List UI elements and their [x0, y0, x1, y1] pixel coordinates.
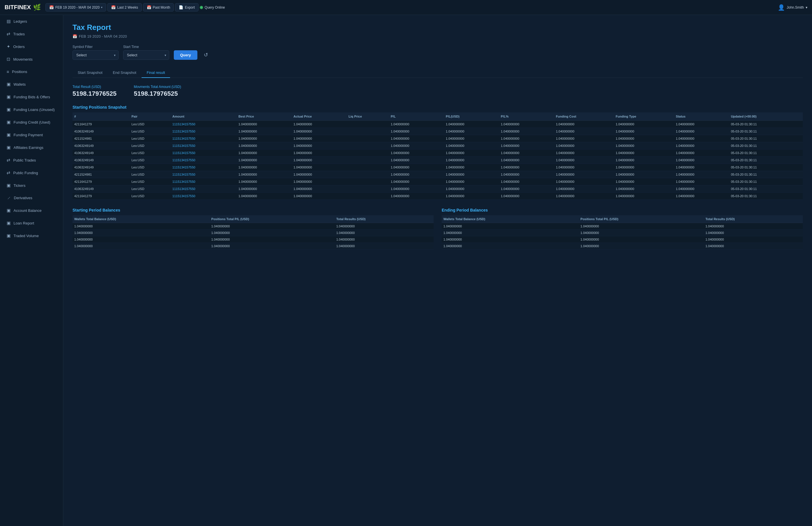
table-row: 41063249149Leo:USD11151341575501.0400000…	[73, 128, 803, 135]
balance-cell: 1.040000000	[579, 243, 704, 250]
balance-cell: 1.040000000	[335, 243, 434, 250]
table-cell: 1.040000000	[674, 121, 729, 128]
public-trades-icon: ⇄	[6, 157, 10, 163]
table-cell: 1.040000000	[389, 164, 444, 171]
past-month-label: Past Month	[153, 5, 170, 10]
tab-start-snapshot[interactable]: Start Snapshot	[73, 68, 107, 78]
layout: ▤ Ledgers ⇄ Trades ✦ Orders ⊡ Movements …	[0, 15, 812, 526]
symbol-filter-select[interactable]: Select	[73, 50, 118, 60]
col-positions-pl-end: Positions Total P/L (USD)	[579, 215, 704, 223]
sidebar-item-positions[interactable]: ≡ Positions	[0, 65, 63, 78]
last2weeks-button[interactable]: 📅 Last 2 Weeks	[107, 3, 142, 12]
sidebar-item-tickers[interactable]: ▣ Tickers	[0, 179, 63, 192]
sidebar-item-wallets[interactable]: ▣ Wallets	[0, 78, 63, 91]
movements-total-value: 5198.17976525	[134, 90, 181, 97]
table-cell	[347, 157, 389, 164]
query-button[interactable]: Query	[174, 50, 198, 60]
table-cell: 1.040000000	[292, 193, 347, 200]
sidebar-item-affiliates[interactable]: ▣ Affiliates Earnings	[0, 141, 63, 154]
sidebar-item-funding-payment[interactable]: ▣ Funding Payment	[0, 129, 63, 141]
col-amount: Amount	[171, 112, 237, 121]
calendar-icon3: 📅	[147, 5, 151, 10]
tab-end-snapshot[interactable]: End Snapshot	[107, 68, 142, 78]
sidebar-item-orders[interactable]: ✦ Orders	[0, 40, 63, 53]
table-cell: 41063249149	[73, 185, 130, 193]
table-cell: 1.040000000	[292, 164, 347, 171]
filter-row: Symbol Filter Select ▾ Start Time Select…	[73, 45, 803, 60]
balance-cell: 1.040000000	[579, 236, 704, 243]
public-funding-icon: ⇄	[6, 170, 10, 175]
export-button[interactable]: 📄 Export	[175, 3, 199, 12]
table-cell: 1.040000000	[292, 135, 347, 142]
sidebar-item-ledgers[interactable]: ▤ Ledgers	[0, 15, 63, 28]
sidebar-item-funding-loans[interactable]: ▣ Funding Loans (Unused)	[0, 103, 63, 116]
table-cell: 1.040000000	[389, 128, 444, 135]
sidebar-item-public-funding[interactable]: ⇄ Public Funding	[0, 166, 63, 179]
past-month-button[interactable]: 📅 Past Month	[143, 3, 174, 12]
table-cell: 1.040000000	[444, 171, 499, 178]
table-cell	[347, 178, 389, 185]
snapshot-section-title: Starting Positions Snapshot	[73, 105, 803, 109]
date-range-button[interactable]: 📅 FEB 19 2020 - MAR 04 2020 ▾	[45, 3, 106, 12]
starting-balances-panel: Starting Period Balances Wallets Total B…	[73, 208, 434, 250]
table-cell: 1.040000000	[237, 149, 292, 157]
table-cell: 1.040000000	[237, 171, 292, 178]
export-icon: 📄	[179, 5, 183, 10]
col-wallets-total: Wallets Total Balance (USD)	[73, 215, 209, 223]
table-cell: 1.040000000	[389, 178, 444, 185]
table-cell: 1.040000000	[614, 178, 674, 185]
table-cell: 1.040000000	[389, 157, 444, 164]
table-cell: 1.040000000	[554, 135, 614, 142]
balance-cell: 1.040000000	[209, 243, 334, 250]
table-cell: 1.040000000	[554, 164, 614, 171]
user-menu-button[interactable]: 👤 John.Smith ▾	[778, 4, 808, 11]
col-actual-price: Actual Price	[292, 112, 347, 121]
table-cell: 05-03-20 01:30:11	[729, 157, 803, 164]
page-title: Tax Report	[73, 23, 803, 32]
table-cell: 1.040000000	[499, 142, 554, 149]
col-pl: P/L	[389, 112, 444, 121]
sidebar-item-trades[interactable]: ⇄ Trades	[0, 28, 63, 40]
balance-row: 1.0400000001.0400000001.040000000	[442, 223, 803, 230]
table-cell: 1.040000000	[444, 149, 499, 157]
sidebar-item-funding-credit[interactable]: ▣ Funding Credit (Used)	[0, 116, 63, 129]
table-cell	[347, 185, 389, 193]
table-row: 41063249149Leo:USD11151341575501.0400000…	[73, 157, 803, 164]
sidebar-item-funding-bids[interactable]: ▣ Funding Bids & Offers	[0, 91, 63, 103]
table-cell: 1.040000000	[237, 178, 292, 185]
table-cell: 1115134157550	[171, 171, 237, 178]
table-cell: 1.040000000	[554, 149, 614, 157]
sidebar-item-movements[interactable]: ⊡ Movements	[0, 53, 63, 65]
sidebar-item-traded-volume[interactable]: ▣ Traded Volume	[0, 229, 63, 242]
table-row: 4211524981Leo:USD11151341575501.04000000…	[73, 171, 803, 178]
table-cell: 1115134157550	[171, 128, 237, 135]
balance-cell: 1.040000000	[579, 230, 704, 236]
start-time-select[interactable]: Select	[123, 50, 169, 60]
table-cell: 41063249149	[73, 157, 130, 164]
traded-volume-icon: ▣	[6, 233, 11, 238]
sidebar-item-label: Derivatives	[14, 196, 32, 200]
sidebar-item-public-trades[interactable]: ⇄ Public Trades	[0, 154, 63, 166]
table-row: 4211641279Leo:USD11151341575501.04000000…	[73, 178, 803, 185]
table-cell: Leo:USD	[130, 135, 171, 142]
tab-final-result[interactable]: Final result	[142, 68, 170, 78]
orders-icon: ✦	[6, 44, 10, 49]
sidebar-item-loan-report[interactable]: ▣ Loan Report	[0, 217, 63, 229]
table-cell: 1.040000000	[554, 157, 614, 164]
funding-payment-icon: ▣	[6, 132, 11, 137]
col-pair: Pair	[130, 112, 171, 121]
balance-cell: 1.040000000	[704, 243, 803, 250]
table-cell: 05-03-20 01:30:11	[729, 164, 803, 171]
table-cell: Leo:USD	[130, 185, 171, 193]
symbol-select-wrapper: Select ▾	[73, 50, 118, 60]
sidebar-item-derivatives[interactable]: ⟋ Derivatives	[0, 192, 63, 204]
table-cell	[347, 193, 389, 200]
table-cell: 1.040000000	[237, 128, 292, 135]
ending-balance-header-row: Wallets Total Balance (USD) Positions To…	[442, 215, 803, 223]
refresh-button[interactable]: ↺	[202, 50, 210, 60]
sidebar-item-account-balance[interactable]: ▣ Account Balance	[0, 204, 63, 217]
table-cell: 1.040000000	[444, 157, 499, 164]
table-cell: 1.040000000	[554, 171, 614, 178]
col-pl-pct: P/L%	[499, 112, 554, 121]
table-cell: 05-03-20 01:30:11	[729, 149, 803, 157]
